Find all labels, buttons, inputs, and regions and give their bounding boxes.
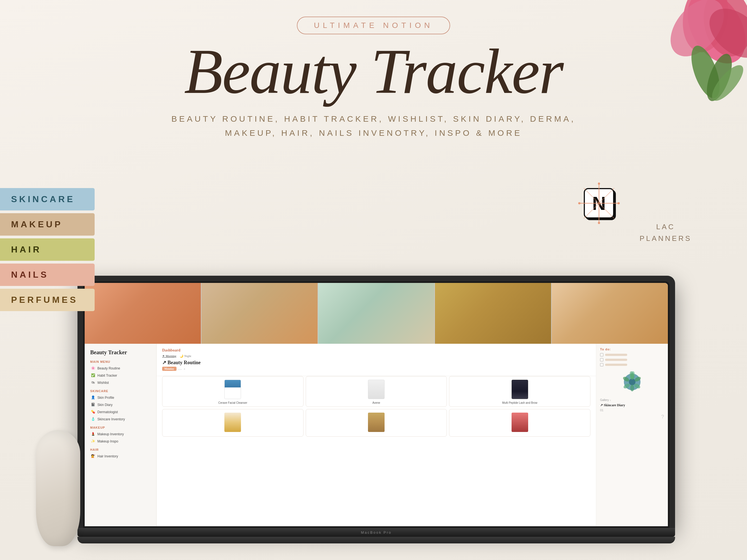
avene-name: Avene xyxy=(309,401,444,404)
header: ULTIMATE NOTION Beauty Tracker BEAUTY RO… xyxy=(0,17,747,140)
product-grid-row2 xyxy=(157,409,596,437)
beauty-routine-heading: ↗ Beauty Routine xyxy=(162,359,590,366)
product-card-mascara[interactable] xyxy=(306,409,447,437)
todo-bar-2 xyxy=(605,359,627,361)
beauty-routine-icon: 🌸 xyxy=(91,366,95,371)
cerave-image xyxy=(224,380,241,399)
habit-tracker-icon: ✅ xyxy=(91,373,95,378)
todo-title: To do: xyxy=(600,348,664,351)
product-card-cerave[interactable]: Cerave Facial Cleanser xyxy=(162,376,304,407)
product-card-peptide[interactable]: Multi Peptide Lash and Brow xyxy=(449,376,590,407)
product-card-avene[interactable]: Avene xyxy=(306,376,447,407)
dermatologist-icon: 💊 xyxy=(91,410,95,414)
wishlist-icon: 🛍 xyxy=(91,380,95,385)
macbook-label: MacBook Pro xyxy=(361,530,391,535)
gallery-section: Gallery ↓ ↗ Skincare Diary 01 xyxy=(600,399,664,412)
product-card-benefit[interactable] xyxy=(162,409,304,437)
right-panel: To do: xyxy=(596,344,668,526)
tab-morning[interactable]: ☀ Morning xyxy=(162,354,176,358)
vase-decoration xyxy=(36,430,80,546)
app-title: Beauty Tracker xyxy=(89,349,152,356)
notion-app-body: Beauty Tracker Main Menu 🌸 Beauty Routin… xyxy=(85,344,668,526)
cerave-name: Cerave Facial Cleanser xyxy=(165,401,301,404)
avene-image xyxy=(368,380,385,399)
question-mark: ? xyxy=(600,414,664,420)
hero-image-5 xyxy=(552,283,668,344)
svg-line-12 xyxy=(584,188,599,203)
sidebar-item-hair-inventory[interactable]: 💇 Hair Inventory xyxy=(89,453,152,460)
tab-row: ☀ Morning 🌙 Night xyxy=(162,354,590,358)
day-badge: Monday xyxy=(162,367,177,371)
sidebar-item-dermatologist[interactable]: 💊 Dermatologist xyxy=(89,409,152,416)
skincare-diary-link[interactable]: ↗ Skincare Diary xyxy=(600,403,664,407)
svg-point-16 xyxy=(598,183,600,185)
sidebar-item-habit-tracker[interactable]: ✅ Habit Tracker xyxy=(89,372,152,379)
subtitle: BEAUTY ROUTINE, HABIT TRACKER, WISHLIST,… xyxy=(0,112,747,140)
hero-image-3 xyxy=(318,283,434,344)
skin-diary-icon: 📓 xyxy=(91,403,95,407)
lac-planners-label: LACPLANNERS xyxy=(640,221,692,244)
notion-sidebar: Beauty Tracker Main Menu 🌸 Beauty Routin… xyxy=(85,344,157,526)
laptop-body: Beauty Tracker Main Menu 🌸 Beauty Routin… xyxy=(77,276,675,543)
sidebar-item-beauty-routine[interactable]: 🌸 Beauty Routine xyxy=(89,365,152,372)
sidebar-item-wishlist[interactable]: 🛍 Wishlist xyxy=(89,379,152,386)
svg-line-15 xyxy=(599,203,614,218)
add-button[interactable]: + xyxy=(184,367,185,371)
screen-content: Beauty Tracker Main Menu 🌸 Beauty Routin… xyxy=(85,283,668,526)
svg-line-13 xyxy=(599,188,614,203)
label-hair: HAIR xyxy=(0,238,95,261)
benefit-image xyxy=(224,412,241,432)
todo-item-3[interactable] xyxy=(600,363,664,367)
sparkle-decoration xyxy=(575,180,622,227)
nav-arrows[interactable]: ‹ › xyxy=(179,367,181,371)
label-perfumes: PERFUMES xyxy=(0,289,95,311)
label-makeup: MAKEUP xyxy=(0,213,95,236)
sidebar-item-makeup-inventory[interactable]: 💄 Makeup Inventory xyxy=(89,431,152,437)
diary-number: 01 xyxy=(600,408,664,412)
hero-image-4 xyxy=(435,283,551,344)
svg-point-18 xyxy=(578,202,581,204)
label-nails: NAILS xyxy=(0,264,95,286)
todo-checkbox-1[interactable] xyxy=(600,353,603,356)
sidebar-item-makeup-inspo[interactable]: ✨ Makeup Inspo xyxy=(89,438,152,445)
sidebar-item-skin-profile[interactable]: 👤 Skin Profile xyxy=(89,394,152,401)
peptide-image xyxy=(512,380,528,399)
svg-line-14 xyxy=(584,203,599,218)
todo-bar-3 xyxy=(605,364,627,366)
mascara-image xyxy=(368,412,385,432)
tab-night[interactable]: 🌙 Night xyxy=(180,354,191,358)
makeup-section-label: Makeup xyxy=(90,426,151,429)
dashboard-header: Dashboard ☀ Morning 🌙 Night ↗ Beauty Rou… xyxy=(157,344,596,376)
todo-item-2[interactable] xyxy=(600,358,664,362)
notion-logo-container: N xyxy=(584,188,614,218)
flower-thumbnail xyxy=(600,371,664,394)
todo-checkbox-3[interactable] xyxy=(600,363,603,367)
svg-point-19 xyxy=(618,202,620,204)
hair-inventory-icon: 💇 xyxy=(91,454,95,458)
product-card-lipstick[interactable] xyxy=(449,409,590,437)
sidebar-item-skincare-inventory[interactable]: 🧴 Skincare Inventory xyxy=(89,416,152,423)
laptop-screen: Beauty Tracker Main Menu 🌸 Beauty Routin… xyxy=(83,281,670,528)
day-row: Monday ‹ › + xyxy=(162,367,590,371)
svg-point-17 xyxy=(598,222,600,224)
skincare-inventory-icon: 🧴 xyxy=(91,417,95,422)
laptop-base: MacBook Pro xyxy=(77,528,675,537)
peptide-name: Multi Peptide Lash and Brow xyxy=(452,401,587,404)
todo-bar-1 xyxy=(605,354,627,356)
todo-item-1[interactable] xyxy=(600,353,664,356)
makeup-inventory-icon: 💄 xyxy=(91,432,95,436)
todo-checkbox-2[interactable] xyxy=(600,358,603,362)
label-skincare: SKINCARE xyxy=(0,188,95,210)
main-title: Beauty Tracker xyxy=(0,40,747,103)
hair-section-label: Hair xyxy=(90,448,151,451)
laptop-outer: Beauty Tracker Main Menu 🌸 Beauty Routin… xyxy=(77,276,675,528)
skincare-section-label: Skincare xyxy=(90,390,151,393)
main-menu-label: Main Menu xyxy=(90,360,151,364)
sidebar-item-skin-diary[interactable]: 📓 Skin Diary xyxy=(89,402,152,408)
makeup-inspo-icon: ✨ xyxy=(91,439,95,444)
skin-profile-icon: 👤 xyxy=(91,396,95,400)
gallery-label[interactable]: Gallery ↓ xyxy=(600,399,664,402)
hero-image-2 xyxy=(201,283,318,344)
product-grid-row1: Cerave Facial Cleanser Avene Multi Pepti… xyxy=(157,376,596,407)
laptop: Beauty Tracker Main Menu 🌸 Beauty Routin… xyxy=(77,276,675,543)
